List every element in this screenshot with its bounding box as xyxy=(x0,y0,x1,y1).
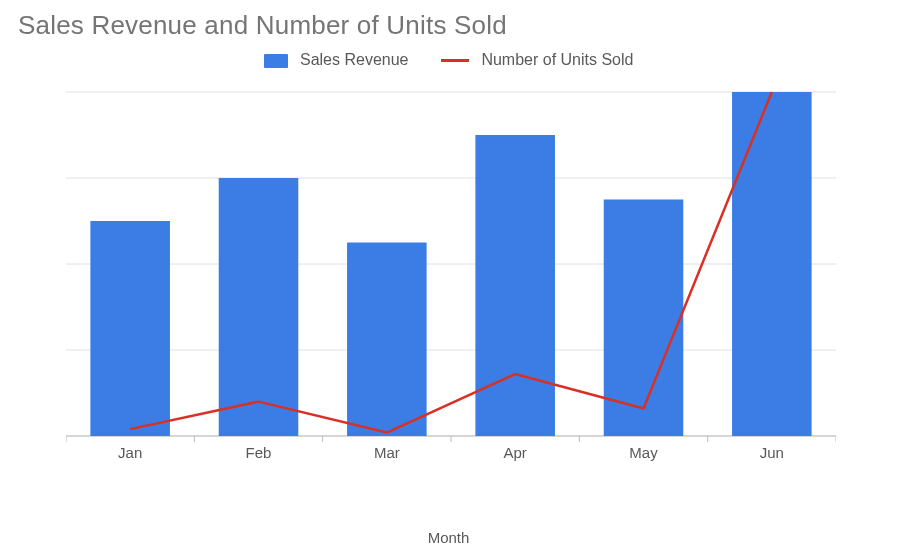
chart-svg: 02000400060008000010002000300040005000Ja… xyxy=(66,86,836,466)
chart-title: Sales Revenue and Number of Units Sold xyxy=(18,10,507,41)
svg-text:Feb: Feb xyxy=(246,444,272,461)
svg-text:Apr: Apr xyxy=(503,444,526,461)
legend-swatch-line-icon xyxy=(441,59,469,62)
svg-rect-22 xyxy=(732,92,812,436)
svg-text:Jun: Jun xyxy=(760,444,784,461)
legend-item-bar: Sales Revenue xyxy=(264,51,409,69)
legend-label-line: Number of Units Sold xyxy=(481,51,633,68)
legend-swatch-bar-icon xyxy=(264,54,288,68)
svg-text:May: May xyxy=(629,444,658,461)
plot-area: 02000400060008000010002000300040005000Ja… xyxy=(66,86,836,466)
svg-rect-19 xyxy=(347,243,427,437)
svg-rect-17 xyxy=(90,221,170,436)
svg-rect-20 xyxy=(475,135,555,436)
svg-rect-18 xyxy=(219,178,299,436)
legend-label-bar: Sales Revenue xyxy=(300,51,409,68)
legend: Sales Revenue Number of Units Sold xyxy=(0,50,897,69)
chart-container: Sales Revenue and Number of Units Sold S… xyxy=(0,0,897,554)
x-axis-label: Month xyxy=(0,529,897,546)
legend-item-line: Number of Units Sold xyxy=(441,51,634,69)
svg-text:Jan: Jan xyxy=(118,444,142,461)
svg-text:Mar: Mar xyxy=(374,444,400,461)
